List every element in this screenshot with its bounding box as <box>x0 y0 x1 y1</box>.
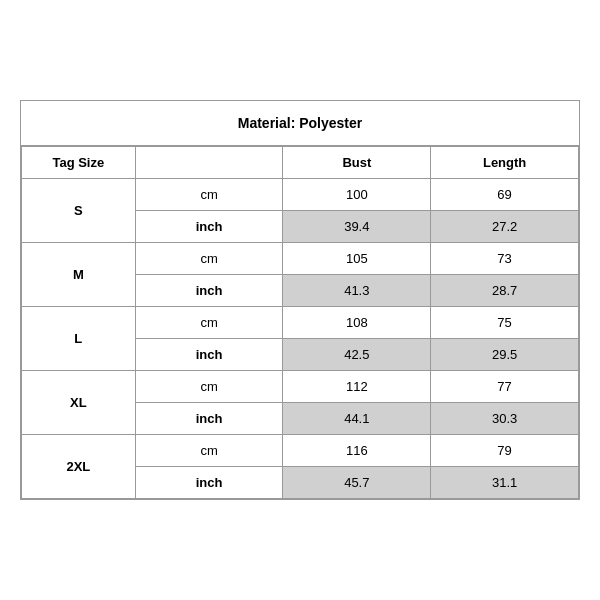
chart-title: Material: Polyester <box>21 101 579 146</box>
size-cell: M <box>22 243 136 307</box>
length-cm-value: 69 <box>431 179 579 211</box>
table-row: Scm10069 <box>22 179 579 211</box>
bust-cm-value: 108 <box>283 307 431 339</box>
size-cell: XL <box>22 371 136 435</box>
unit-header-empty <box>135 147 283 179</box>
length-cm-value: 77 <box>431 371 579 403</box>
length-cm-value: 75 <box>431 307 579 339</box>
unit-cm-label: cm <box>135 179 283 211</box>
size-chart-container: Material: Polyester Tag Size Bust Length… <box>20 100 580 500</box>
unit-inch-label: inch <box>135 211 283 243</box>
length-inch-value: 29.5 <box>431 339 579 371</box>
length-cm-value: 73 <box>431 243 579 275</box>
length-inch-value: 28.7 <box>431 275 579 307</box>
size-cell: L <box>22 307 136 371</box>
table-row: Lcm10875 <box>22 307 579 339</box>
size-table: Tag Size Bust Length Scm10069inch39.427.… <box>21 146 579 499</box>
bust-cm-value: 100 <box>283 179 431 211</box>
bust-inch-value: 45.7 <box>283 467 431 499</box>
tag-size-header: Tag Size <box>22 147 136 179</box>
table-row: Mcm10573 <box>22 243 579 275</box>
length-inch-value: 27.2 <box>431 211 579 243</box>
bust-inch-value: 44.1 <box>283 403 431 435</box>
unit-cm-label: cm <box>135 371 283 403</box>
unit-cm-label: cm <box>135 435 283 467</box>
size-cell: S <box>22 179 136 243</box>
table-row: 2XLcm11679 <box>22 435 579 467</box>
length-inch-value: 30.3 <box>431 403 579 435</box>
length-header: Length <box>431 147 579 179</box>
bust-cm-value: 112 <box>283 371 431 403</box>
size-cell: 2XL <box>22 435 136 499</box>
bust-cm-value: 105 <box>283 243 431 275</box>
table-row: XLcm11277 <box>22 371 579 403</box>
unit-inch-label: inch <box>135 467 283 499</box>
length-cm-value: 79 <box>431 435 579 467</box>
unit-inch-label: inch <box>135 403 283 435</box>
bust-header: Bust <box>283 147 431 179</box>
bust-inch-value: 39.4 <box>283 211 431 243</box>
unit-cm-label: cm <box>135 243 283 275</box>
bust-cm-value: 116 <box>283 435 431 467</box>
bust-inch-value: 42.5 <box>283 339 431 371</box>
length-inch-value: 31.1 <box>431 467 579 499</box>
unit-inch-label: inch <box>135 275 283 307</box>
unit-cm-label: cm <box>135 307 283 339</box>
unit-inch-label: inch <box>135 339 283 371</box>
bust-inch-value: 41.3 <box>283 275 431 307</box>
